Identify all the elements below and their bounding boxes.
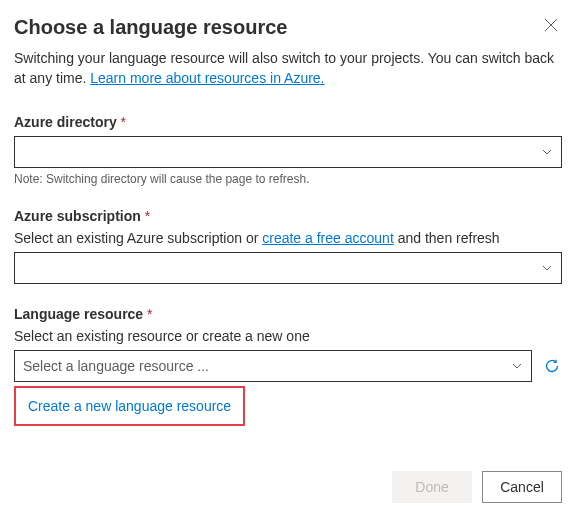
field-azure-directory: Azure directory * Note: Switching direct… [14,114,562,186]
learn-more-link[interactable]: Learn more about resources in Azure. [90,70,324,86]
language-resource-select[interactable]: Select a language resource ... [14,350,532,382]
language-resource-helper: Select an existing resource or create a … [14,328,562,344]
azure-directory-note: Note: Switching directory will cause the… [14,172,562,186]
azure-subscription-label-text: Azure subscription [14,208,141,224]
cancel-button[interactable]: Cancel [482,471,562,503]
chevron-down-icon [541,146,553,158]
chevron-down-icon [511,360,523,372]
required-mark: * [121,114,126,130]
azure-subscription-select[interactable] [14,252,562,284]
azure-directory-label-text: Azure directory [14,114,117,130]
helper-text-before: Select an existing Azure subscription or [14,230,262,246]
azure-directory-label: Azure directory * [14,114,562,130]
create-resource-highlight: Create a new language resource [14,386,245,426]
close-icon[interactable] [540,16,562,37]
dialog-title: Choose a language resource [14,16,287,39]
language-resource-placeholder: Select a language resource ... [23,358,209,374]
required-mark: * [147,306,152,322]
create-new-language-resource-link[interactable]: Create a new language resource [28,398,231,414]
refresh-icon[interactable] [542,356,562,376]
language-resource-label: Language resource * [14,306,562,322]
field-language-resource: Language resource * Select an existing r… [14,306,562,426]
field-azure-subscription: Azure subscription * Select an existing … [14,208,562,284]
azure-subscription-label: Azure subscription * [14,208,562,224]
azure-directory-select[interactable] [14,136,562,168]
azure-subscription-helper: Select an existing Azure subscription or… [14,230,562,246]
done-button: Done [392,471,472,503]
language-resource-label-text: Language resource [14,306,143,322]
required-mark: * [145,208,150,224]
chevron-down-icon [541,262,553,274]
dialog-description: Switching your language resource will al… [14,49,562,88]
dialog-footer: Done Cancel [392,471,562,503]
create-free-account-link[interactable]: create a free account [262,230,394,246]
helper-text-after: and then refresh [394,230,500,246]
